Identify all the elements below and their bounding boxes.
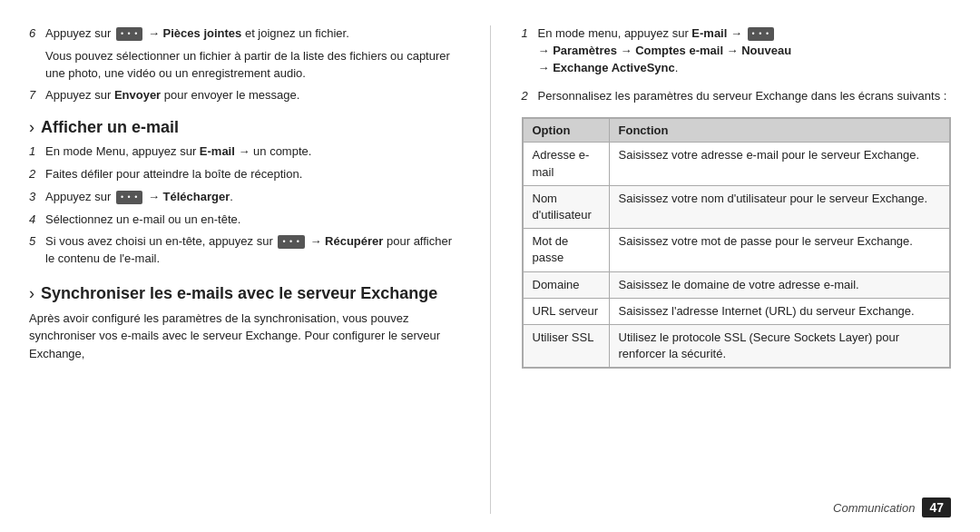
heading-synchroniser-text: Synchroniser les e-mails avec le serveur…	[41, 284, 437, 304]
table-cell-option: Mot de passe	[523, 229, 609, 271]
step-6-sub: Vous pouvez sélectionner un fichier à pa…	[45, 48, 459, 83]
afficher-step-4: 4 Sélectionnez un e-mail ou un en-tête.	[29, 212, 459, 229]
afficher-step-4-content: Sélectionnez un e-mail ou un en-tête.	[45, 212, 459, 229]
step-6-row: 6 Appuyez sur • • • → Pièces jointes et …	[29, 25, 459, 43]
right-step-2-content: Personnalisez les paramètres du serveur …	[538, 88, 952, 105]
table-header-row: Option Fonction	[523, 119, 950, 143]
afficher-step-5-num: 5	[29, 234, 42, 248]
table-row: Adresse e-mailSaisissez votre adresse e-…	[523, 143, 950, 185]
table-cell-option: Utiliser SSL	[523, 324, 609, 367]
step-5-btn[interactable]: • • •	[278, 235, 304, 249]
column-divider	[490, 25, 491, 514]
afficher-step-5-content: Si vous avez choisi un en-tête, appuyez …	[45, 233, 459, 268]
step-7-num: 7	[29, 88, 42, 102]
right-step-1-num: 1	[522, 26, 534, 40]
afficher-step-2-content: Faites défiler pour atteindre la boîte d…	[45, 166, 459, 183]
footer-page: 47	[922, 498, 951, 517]
heading-afficher-text: Afficher un e-mail	[41, 118, 179, 138]
afficher-step-1-content: En mode Menu, appuyez sur E-mail → un co…	[45, 143, 459, 161]
step-6-btn[interactable]: • • •	[116, 27, 142, 41]
table-cell-fonction: Saisissez le domaine de votre adresse e-…	[609, 271, 950, 298]
afficher-step-3-content: Appuyez sur • • • → Télécharger.	[45, 189, 459, 206]
heading-afficher: › Afficher un e-mail	[29, 118, 459, 138]
right-step-1: 1 En mode menu, appuyez sur E-mail → • •…	[522, 25, 952, 77]
afficher-step-1-num: 1	[29, 144, 42, 158]
table-cell-option: Nom d'utilisateur	[523, 185, 609, 228]
table-row: Utiliser SSLUtilisez le protocole SSL (S…	[523, 324, 950, 367]
chevron-synchroniser: ›	[29, 284, 34, 303]
footer-communication: Communication	[833, 501, 915, 515]
heading-synchroniser: › Synchroniser les e-mails avec le serve…	[29, 284, 459, 304]
afficher-step-3-num: 3	[29, 190, 42, 203]
afficher-step-4-num: 4	[29, 212, 42, 226]
step-6-text2: et joignez un fichier.	[241, 26, 349, 40]
table-cell-fonction: Saisissez votre nom d'utilisateur pour l…	[609, 185, 950, 228]
table-body: Adresse e-mailSaisissez votre adresse e-…	[523, 143, 950, 368]
table-cell-option: Adresse e-mail	[523, 143, 609, 185]
step-7-row: 7 Appuyez sur Envoyer pour envoyer le me…	[29, 87, 459, 104]
options-table-element: Option Fonction Adresse e-mailSaisissez …	[523, 118, 951, 368]
table-row: URL serveurSaisissez l'adresse Internet …	[523, 298, 950, 324]
chevron-afficher: ›	[29, 118, 34, 137]
table-row: DomaineSaisissez le domaine de votre adr…	[523, 271, 950, 298]
afficher-step-2-num: 2	[29, 167, 42, 181]
right-step-1-content: En mode menu, appuyez sur E-mail → • • •…	[538, 25, 952, 77]
sync-body: Après avoir configuré les paramètres de …	[29, 310, 459, 363]
table-cell-fonction: Saisissez votre adresse e-mail pour le s…	[609, 143, 950, 185]
step-6-arrow: →	[144, 26, 162, 40]
step-7-content: Appuyez sur Envoyer pour envoyer le mess…	[45, 87, 459, 104]
table-cell-option: Domaine	[523, 271, 609, 298]
right-step-1-btn[interactable]: • • •	[748, 27, 774, 41]
step-3-btn[interactable]: • • •	[116, 191, 142, 204]
step-6-text-appuyez: Appuyez sur	[45, 26, 114, 40]
col-option: Option	[523, 119, 609, 143]
right-column: 1 En mode menu, appuyez sur E-mail → • •…	[522, 25, 952, 514]
afficher-step-3: 3 Appuyez sur • • • → Télécharger.	[29, 189, 459, 206]
footer: Communication 47	[833, 498, 951, 517]
table-cell-option: URL serveur	[523, 298, 609, 324]
afficher-step-1: 1 En mode Menu, appuyez sur E-mail → un …	[29, 143, 459, 161]
table-cell-fonction: Saisissez votre mot de passe pour le ser…	[609, 229, 950, 271]
step-6-num: 6	[29, 26, 42, 40]
step-6-content: Appuyez sur • • • → Pièces jointes et jo…	[45, 25, 459, 43]
afficher-step-5: 5 Si vous avez choisi un en-tête, appuye…	[29, 233, 459, 268]
right-step-2: 2 Personnalisez les paramètres du serveu…	[522, 88, 952, 105]
col-fonction: Fonction	[609, 119, 950, 143]
table-row: Mot de passeSaisissez votre mot de passe…	[523, 229, 950, 271]
right-step-2-num: 2	[522, 89, 534, 103]
left-column: 6 Appuyez sur • • • → Pièces jointes et …	[29, 25, 459, 514]
table-cell-fonction: Saisissez l'adresse Internet (URL) du se…	[609, 298, 950, 324]
table-cell-fonction: Utilisez le protocole SSL (Secure Socket…	[609, 324, 950, 367]
afficher-step-2: 2 Faites défiler pour atteindre la boîte…	[29, 166, 459, 183]
option-table: Option Fonction Adresse e-mailSaisissez …	[522, 117, 952, 369]
step-6-pieces: Pièces jointes	[163, 26, 242, 40]
table-row: Nom d'utilisateurSaisissez votre nom d'u…	[523, 185, 950, 228]
